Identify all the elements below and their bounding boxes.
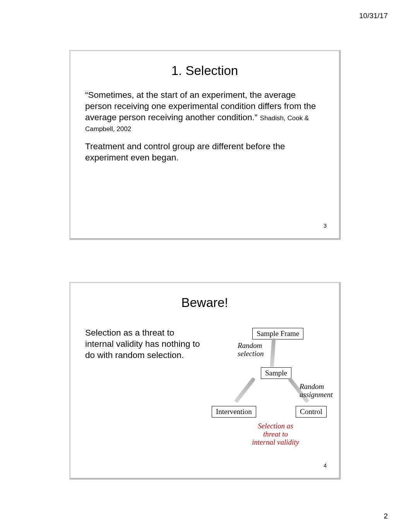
left-text: Selection as a threat to internal validi… [85,327,201,361]
box-sample: Sample [261,367,291,379]
box-sample-frame: Sample Frame [252,328,303,339]
close-quote: ” [255,113,258,122]
slide-title: Beware! [74,295,335,310]
box-intervention: Intervention [212,406,256,418]
slide-beware: Beware! Selection as a threat to interna… [70,282,341,479]
summary-paragraph: Treatment and control group are differen… [74,141,335,164]
page-number: 2 [384,512,388,520]
box-control: Control [296,406,327,418]
slide-number: 3 [324,223,327,229]
label-random-assignment: Randomassignment [300,383,333,399]
label-selection-threat: Selection asthreat tointernal validity [237,422,314,447]
open-quote: “ [85,90,88,100]
slide-inner: Beware! Selection as a threat to interna… [74,287,335,474]
arrow-icon [270,338,276,367]
label-random-selection: Randomselection [238,342,264,358]
arrow-icon [234,377,256,403]
page-date: 10/31/17 [359,12,388,20]
slide-number: 4 [324,462,327,469]
slide-title: 1. Selection [74,63,335,78]
slide-inner: 1. Selection “Sometimes, at the start of… [74,55,335,234]
diagram: Sample Frame Randomselection Sample Rand… [210,326,337,469]
slide-selection: 1. Selection “Sometimes, at the start of… [70,50,341,240]
quote-paragraph: “Sometimes, at the start of an experimen… [74,90,335,134]
